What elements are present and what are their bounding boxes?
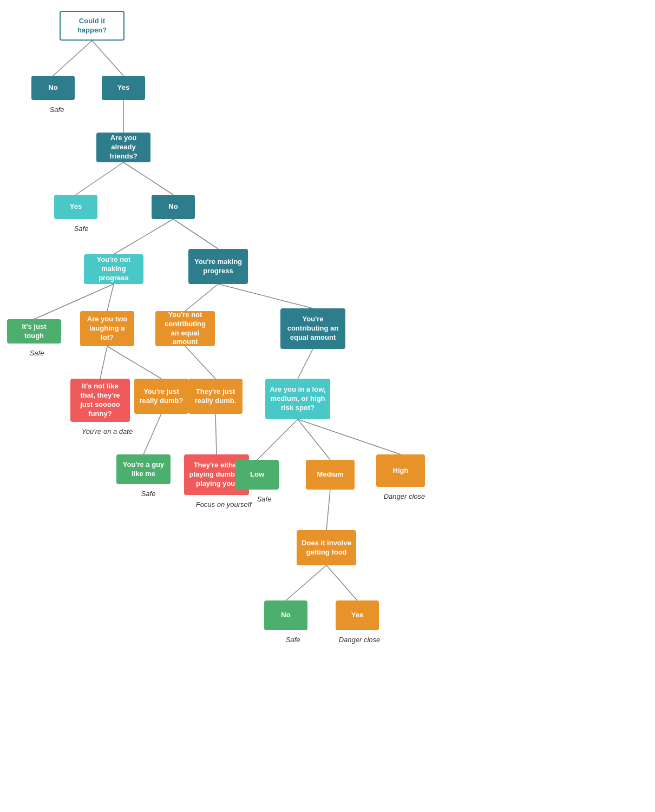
- svg-line-15: [143, 414, 161, 454]
- food-node: Does it involve getting food: [297, 530, 356, 565]
- low-med-high-node: Are you in a low, medium, or high risk s…: [265, 379, 330, 419]
- date-label: You're on a date: [75, 427, 140, 435]
- svg-line-4: [123, 162, 173, 195]
- root-node: Could it happen?: [60, 11, 125, 41]
- svg-line-1: [92, 41, 123, 76]
- just-really-dumb2-node: They're just really dumb.: [188, 379, 243, 414]
- svg-line-5: [114, 219, 173, 254]
- equal-node: You're contributing an equal amount: [280, 308, 345, 349]
- friends-node: Are you already friends?: [96, 133, 150, 162]
- svg-line-9: [185, 284, 218, 311]
- svg-line-19: [298, 419, 401, 454]
- svg-line-10: [218, 284, 313, 308]
- svg-line-3: [76, 162, 123, 195]
- svg-line-21: [286, 565, 326, 600]
- svg-line-18: [298, 419, 330, 460]
- svg-line-20: [326, 490, 330, 530]
- svg-line-14: [298, 349, 313, 379]
- svg-line-11: [100, 346, 107, 379]
- really-dumb-node: You're just really dumb?: [134, 379, 188, 414]
- danger2-label: Danger close: [332, 636, 387, 644]
- flowchart: Could it happen? No Safe Yes Are you alr…: [0, 0, 655, 812]
- svg-line-16: [215, 414, 217, 454]
- guy-like-me-node: You're a guy like me: [116, 454, 171, 484]
- high-node: High: [376, 454, 425, 487]
- yes3-node: Yes: [336, 600, 379, 630]
- making-progress-node: You're making progress: [188, 249, 248, 284]
- safe6-label: Safe: [277, 636, 309, 644]
- laughing-node: Are you two laughing a lot?: [80, 311, 134, 346]
- no1-node: No: [31, 76, 75, 100]
- just-tough-node: It's just tough: [7, 319, 61, 344]
- safe1-label: Safe: [41, 105, 73, 114]
- safe3-label: Safe: [21, 349, 53, 357]
- yes1-node: Yes: [102, 76, 145, 100]
- danger1-label: Danger close: [377, 492, 431, 500]
- medium-node: Medium: [306, 460, 355, 490]
- svg-line-17: [257, 419, 298, 460]
- svg-line-13: [185, 346, 215, 379]
- svg-line-12: [107, 346, 161, 379]
- no2-node: No: [152, 195, 195, 219]
- svg-line-8: [107, 284, 114, 311]
- svg-line-6: [173, 219, 218, 249]
- low-node: Low: [235, 460, 279, 490]
- safe4-label: Safe: [132, 490, 165, 498]
- safe5-label: Safe: [248, 495, 280, 503]
- safe2-label: Safe: [65, 225, 97, 233]
- svg-line-22: [326, 565, 357, 600]
- yes2-node: Yes: [54, 195, 97, 219]
- no3-node: No: [264, 600, 307, 630]
- svg-line-0: [53, 41, 92, 76]
- not-equal-node: You're not contributing an equal amount: [155, 311, 215, 346]
- not-progress-node: You're not making progress: [84, 254, 143, 284]
- not-like-that-node: It's not like that, they're just sooooo …: [70, 379, 130, 422]
